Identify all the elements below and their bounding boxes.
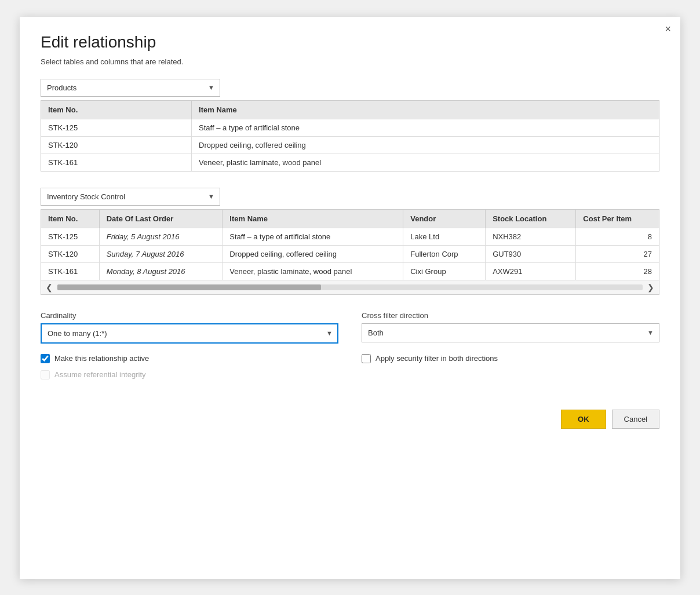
table2-scrollbar: ❮ ❯ [41, 280, 659, 294]
cardinality-dropdown-wrapper: One to many (1:*) Many to one (*:1) One … [41, 323, 338, 344]
cross-filter-label: Cross filter direction [362, 311, 659, 320]
table2-cell: Dropped ceiling, coffered ceiling [223, 245, 403, 262]
table1-header-row: Item No. Item Name [41, 101, 659, 119]
table-row[interactable]: STK-161Veneer, plastic laminate, wood pa… [41, 154, 659, 171]
cross-filter-dropdown[interactable]: Both Single [362, 323, 659, 342]
table2-cell: STK-120 [41, 245, 99, 262]
table2-col-cost: Cost Per Item [576, 210, 659, 228]
active-checkbox-label[interactable]: Make this relationship active [54, 354, 149, 363]
table2-cost-cell: 28 [576, 262, 659, 280]
table2-col-vendor: Vendor [403, 210, 486, 228]
cardinality-dropdown[interactable]: One to many (1:*) Many to one (*:1) One … [41, 323, 338, 344]
security-checkbox[interactable] [362, 354, 371, 363]
table2-col-item-no: Item No. [41, 210, 99, 228]
cancel-button[interactable]: Cancel [612, 410, 659, 429]
table-row[interactable]: STK-161Monday, 8 August 2016Veneer, plas… [41, 262, 659, 280]
table1-item-name-cell: Dropped ceiling, coffered ceiling [192, 136, 659, 154]
table-row[interactable]: STK-120Sunday, 7 August 2016Dropped ceil… [41, 245, 659, 262]
table2-date-cell: Friday, 5 August 2016 [99, 228, 223, 245]
scroll-left-button[interactable]: ❮ [46, 283, 53, 292]
table2-header-row: Item No. Date Of Last Order Item Name Ve… [41, 210, 659, 228]
scroll-right-button[interactable]: ❯ [647, 283, 654, 292]
dropdowns-row: Cardinality One to many (1:*) Many to on… [41, 311, 659, 344]
dialog-subtitle: Select tables and columns that are relat… [41, 57, 659, 66]
table2-cell: Veneer, plastic laminate, wood panel [223, 262, 403, 280]
table2-col-item-name: Item Name [223, 210, 403, 228]
table1-col-item-name: Item Name [192, 101, 659, 119]
table2-cell: STK-161 [41, 262, 99, 280]
table1-dropdown-wrapper: Products ▼ [41, 79, 220, 97]
table2-col-stock-location: Stock Location [486, 210, 576, 228]
table1-item-no-cell: STK-120 [41, 136, 192, 154]
table1-container: Item No. Item Name STK-125Staff – a type… [41, 100, 659, 171]
table2-date-cell: Sunday, 7 August 2016 [99, 245, 223, 262]
table2-cost-cell: 8 [576, 228, 659, 245]
close-button[interactable]: × [665, 24, 671, 34]
table2-cell: Fullerton Corp [403, 245, 486, 262]
checkboxes-section: Make this relationship active Assume ref… [41, 354, 659, 386]
edit-relationship-dialog: × Edit relationship Select tables and co… [20, 17, 680, 579]
table2: Item No. Date Of Last Order Item Name Ve… [41, 210, 659, 280]
security-checkbox-row: Apply security filter in both directions [362, 354, 659, 363]
table1-item-no-cell: STK-125 [41, 119, 192, 136]
table1-section: Products ▼ Item No. Item Name STK-125Sta… [41, 79, 659, 171]
ok-button[interactable]: OK [561, 410, 606, 429]
cross-filter-dropdown-wrapper: Both Single ▼ [362, 323, 659, 342]
bottom-section: Cardinality One to many (1:*) Many to on… [41, 311, 659, 386]
scrollbar-thumb [57, 284, 321, 290]
table-row[interactable]: STK-120Dropped ceiling, coffered ceiling [41, 136, 659, 154]
security-checkbox-label[interactable]: Apply security filter in both directions [375, 354, 498, 363]
table2-cell: Lake Ltd [403, 228, 486, 245]
left-checkboxes: Make this relationship active Assume ref… [41, 354, 338, 386]
table2-cost-cell: 27 [576, 245, 659, 262]
table1-item-name-cell: Veneer, plastic laminate, wood panel [192, 154, 659, 171]
table2-cell: GUT930 [486, 245, 576, 262]
table-row[interactable]: STK-125Staff – a type of artificial ston… [41, 119, 659, 136]
active-checkbox[interactable] [41, 354, 50, 363]
table2-dropdown[interactable]: Inventory Stock Control [41, 188, 220, 206]
cardinality-label: Cardinality [41, 311, 338, 320]
table2-cell: AXW291 [486, 262, 576, 280]
table2-cell: STK-125 [41, 228, 99, 245]
integrity-checkbox-row: Assume referential integrity [41, 370, 338, 379]
cardinality-col: Cardinality One to many (1:*) Many to on… [41, 311, 338, 344]
cross-filter-col: Cross filter direction Both Single ▼ [362, 311, 659, 344]
table2-cell: Cixi Group [403, 262, 486, 280]
table2-container: Item No. Date Of Last Order Item Name Ve… [41, 209, 659, 295]
table2-date-cell: Monday, 8 August 2016 [99, 262, 223, 280]
integrity-checkbox[interactable] [41, 370, 50, 379]
table2-col-date: Date Of Last Order [99, 210, 223, 228]
table2-cell: NXH382 [486, 228, 576, 245]
dialog-title: Edit relationship [41, 33, 659, 52]
table-row[interactable]: STK-125Friday, 5 August 2016Staff – a ty… [41, 228, 659, 245]
table1-item-no-cell: STK-161 [41, 154, 192, 171]
table1-col-item-no: Item No. [41, 101, 192, 119]
table1: Item No. Item Name STK-125Staff – a type… [41, 101, 659, 171]
table1-dropdown[interactable]: Products [41, 79, 220, 97]
table1-item-name-cell: Staff – a type of artificial stone [192, 119, 659, 136]
action-row: OK Cancel [41, 410, 659, 429]
active-checkbox-row: Make this relationship active [41, 354, 338, 363]
integrity-checkbox-label: Assume referential integrity [54, 370, 146, 379]
table2-dropdown-wrapper: Inventory Stock Control ▼ [41, 188, 220, 206]
scrollbar-track[interactable] [57, 284, 643, 290]
table2-cell: Staff – a type of artificial stone [223, 228, 403, 245]
table2-section: Inventory Stock Control ▼ Item No. Date … [41, 188, 659, 295]
right-checkboxes: Apply security filter in both directions [362, 354, 659, 386]
